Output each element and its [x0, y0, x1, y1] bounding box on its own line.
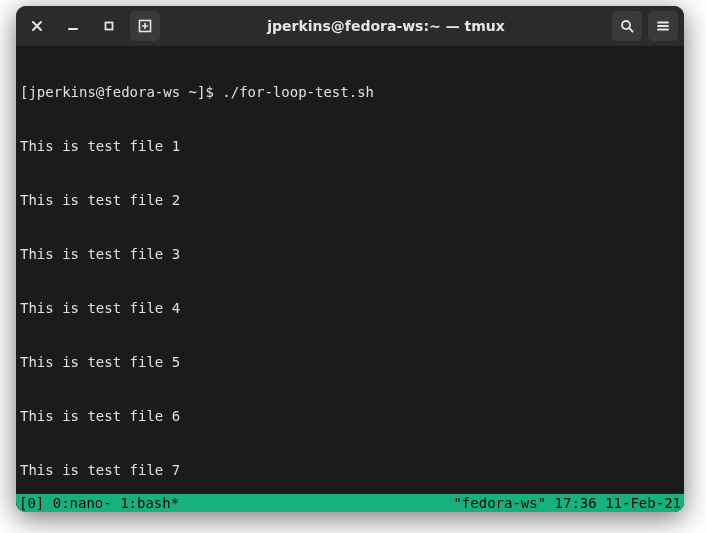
minimize-button[interactable] [58, 11, 88, 41]
minimize-icon [67, 20, 79, 32]
hamburger-menu-icon [656, 19, 670, 33]
close-icon [31, 20, 43, 32]
output-line: This is test file 4 [20, 299, 680, 317]
output-line: This is test file 6 [20, 407, 680, 425]
tmux-status-fill [179, 494, 453, 512]
search-icon [620, 19, 634, 33]
search-button[interactable] [612, 11, 642, 41]
window-title: jperkins@fedora-ws:~ — tmux [166, 18, 606, 34]
close-button[interactable] [22, 11, 52, 41]
output-line: This is test file 1 [20, 137, 680, 155]
command-text: ./for-loop-test.sh [222, 84, 374, 100]
new-tab-icon [138, 19, 152, 33]
maximize-button[interactable] [94, 11, 124, 41]
tmux-status-bar: [0] 0:nano- 1:bash* "fedora-ws" 17:36 11… [16, 494, 684, 512]
tmux-status-right: "fedora-ws" 17:36 11-Feb-21 [453, 494, 681, 512]
svg-rect-0 [106, 23, 113, 30]
output-line: This is test file 5 [20, 353, 680, 371]
output-line: This is test file 7 [20, 461, 680, 479]
menu-button[interactable] [648, 11, 678, 41]
titlebar: jperkins@fedora-ws:~ — tmux [16, 6, 684, 46]
prompt-line: [jperkins@fedora-ws ~]$ ./for-loop-test.… [20, 83, 680, 101]
terminal-window: jperkins@fedora-ws:~ — tmux [jperkins@fe… [16, 6, 684, 512]
output-line: This is test file 2 [20, 191, 680, 209]
new-tab-button[interactable] [130, 11, 160, 41]
tmux-status-left: [0] 0:nano- 1:bash* [19, 494, 179, 512]
output-line: This is test file 3 [20, 245, 680, 263]
maximize-icon [103, 20, 115, 32]
terminal-area[interactable]: [jperkins@fedora-ws ~]$ ./for-loop-test.… [16, 46, 684, 512]
prompt-text: [jperkins@fedora-ws ~]$ [20, 84, 222, 100]
